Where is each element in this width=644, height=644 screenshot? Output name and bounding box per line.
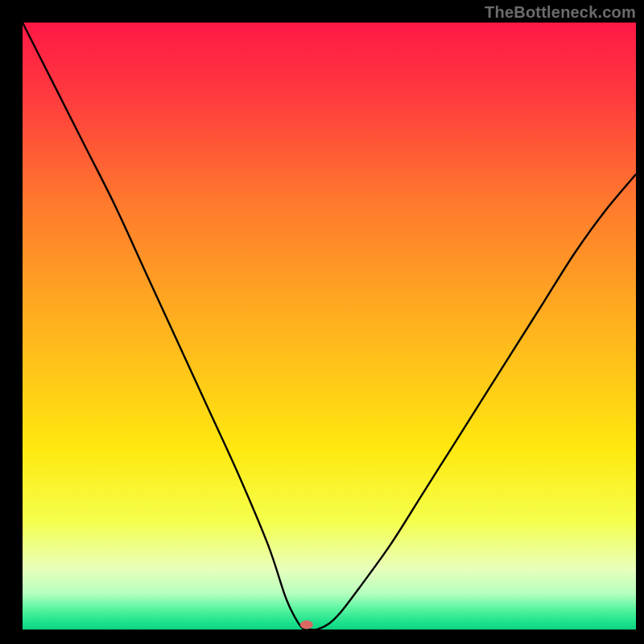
chart-svg (0, 0, 644, 644)
plot-background (23, 23, 636, 630)
bottleneck-chart: TheBottleneck.com (0, 0, 644, 644)
optimal-point-marker (300, 621, 313, 630)
watermark-text: TheBottleneck.com (485, 3, 636, 22)
